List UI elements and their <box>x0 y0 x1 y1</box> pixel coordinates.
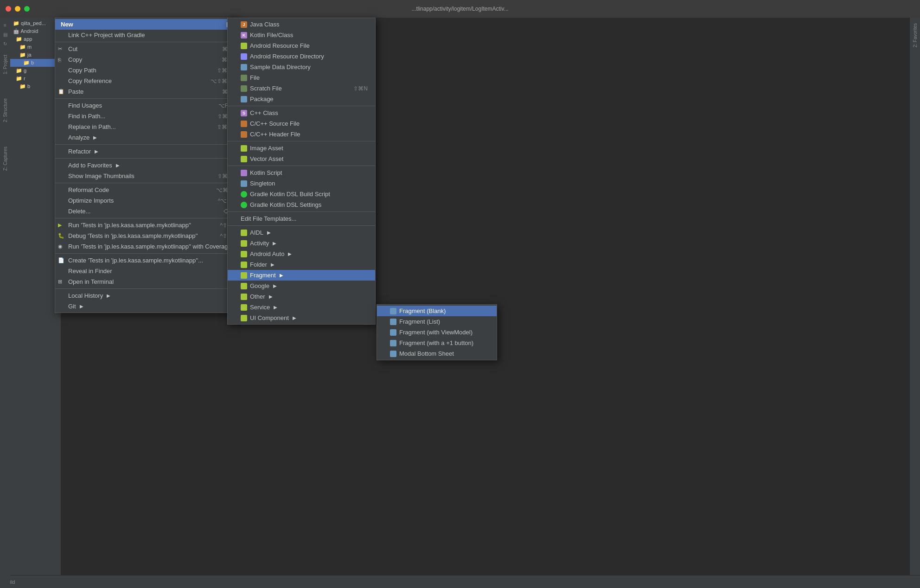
fragment-modal[interactable]: Modal Bottom Sheet <box>377 348 497 359</box>
cpp-source-icon <box>241 121 247 127</box>
menu-reformat-code[interactable]: Reformat Code ⌥⌘L <box>55 185 239 195</box>
menu-debug-tests[interactable]: 🐛 Debug 'Tests in 'jp.les.kasa.sample.my… <box>55 230 239 241</box>
menu-link-cpp[interactable]: Link C++ Project with Gradle <box>55 30 239 40</box>
submenu-scratch-file[interactable]: Scratch File ⇧⌘N <box>228 83 375 94</box>
fragment-viewmodel-icon <box>390 329 396 336</box>
menu-optimize-imports[interactable]: Optimize Imports ^⌥O <box>55 195 239 206</box>
fragment-modal-label: Modal Bottom Sheet <box>399 350 454 357</box>
submenu-folder-label: Folder <box>250 261 267 268</box>
menu-link-cpp-label: Link C++ Project with Gradle <box>68 32 145 38</box>
menu-copy-reference[interactable]: Copy Reference ⌥⇧⌘C <box>55 76 239 86</box>
singleton-icon <box>241 180 247 187</box>
menu-copy-path[interactable]: Copy Path ⇧⌘C <box>55 65 239 76</box>
submenu-android-resource-dir[interactable]: Android Resource Directory <box>228 51 375 62</box>
new-sep-2 <box>228 141 375 141</box>
menu-replace-in-path-label: Replace in Path... <box>68 123 116 130</box>
fragment-list[interactable]: Fragment (List) <box>377 316 497 327</box>
paste-icon: 📋 <box>58 89 64 95</box>
submenu-kotlin-script[interactable]: Kotlin Script <box>228 167 375 178</box>
close-button[interactable] <box>6 6 11 12</box>
menu-refactor-label: Refactor <box>68 148 91 155</box>
submenu-kotlin-file-label: Kotlin File/Class <box>250 32 293 38</box>
menu-copy[interactable]: ⎘ Copy ⌘C <box>55 54 239 65</box>
menu-git[interactable]: Git ▶ <box>55 301 239 312</box>
folder-android-icon <box>241 262 247 268</box>
submenu-ui-component-arrow: ▶ <box>293 315 296 320</box>
submenu-image-asset[interactable]: Image Asset <box>228 143 375 153</box>
submenu-sample-data-dir[interactable]: Sample Data Directory <box>228 62 375 72</box>
submenu-android-auto-label: Android Auto <box>250 250 284 257</box>
menu-reveal-finder[interactable]: Reveal in Finder <box>55 266 239 276</box>
menu-find-in-path[interactable]: Find in Path... ⇧⌘F <box>55 111 239 121</box>
submenu-gradle-build[interactable]: Gradle Kotlin DSL Build Script <box>228 189 375 199</box>
submenu-scratch-file-shortcut: ⇧⌘N <box>342 85 368 92</box>
submenu-aidl[interactable]: AIDL ▶ <box>228 227 375 238</box>
submenu-cpp-class[interactable]: S C++ Class <box>228 108 375 118</box>
menu-analyze[interactable]: Analyze ▶ <box>55 132 239 143</box>
separator-1 <box>55 42 239 42</box>
menu-new-header[interactable]: New ▶ <box>55 19 239 30</box>
fragment-blank[interactable]: Fragment (Blank) <box>377 306 497 316</box>
submenu-android-auto[interactable]: Android Auto ▶ <box>228 249 375 259</box>
fragment-plus1[interactable]: Fragment (with a +1 button) <box>377 338 497 348</box>
menu-show-thumbnails[interactable]: Show Image Thumbnails ⇧⌘T <box>55 171 239 181</box>
submenu-singleton[interactable]: Singleton <box>228 178 375 189</box>
submenu-java-class-label: Java Class <box>250 21 280 28</box>
fragment-blank-label: Fragment (Blank) <box>399 307 446 314</box>
submenu-fragment[interactable]: Fragment ▶ <box>228 270 375 281</box>
submenu-folder[interactable]: Folder ▶ <box>228 259 375 270</box>
menu-cut[interactable]: ✂ Cut ⌘X <box>55 44 239 54</box>
minimize-button[interactable] <box>15 6 20 12</box>
menu-local-history[interactable]: Local History ▶ <box>55 290 239 301</box>
separator-7 <box>55 253 239 254</box>
submenu-package[interactable]: Package <box>228 94 375 104</box>
fragment-viewmodel[interactable]: Fragment (with ViewModel) <box>377 327 497 338</box>
gradle-build-icon <box>241 191 247 198</box>
menu-open-terminal[interactable]: ⊞ Open in Terminal <box>55 276 239 287</box>
menu-refactor[interactable]: Refactor ▶ <box>55 146 239 157</box>
menu-delete-label: Delete... <box>68 208 90 215</box>
aidl-icon <box>241 230 247 236</box>
submenu-service[interactable]: Service ▶ <box>228 302 375 313</box>
submenu-java-class[interactable]: J Java Class <box>228 19 375 30</box>
submenu-fragment-arrow: ▶ <box>280 273 283 278</box>
submenu-file[interactable]: File <box>228 72 375 83</box>
submenu-cpp-header[interactable]: C/C++ Header File <box>228 129 375 140</box>
submenu-singleton-label: Singleton <box>250 180 275 187</box>
menu-run-coverage[interactable]: ◉ Run 'Tests in 'jp.les.kasa.sample.myko… <box>55 241 239 252</box>
submenu-cpp-source-label: C/C++ Source File <box>250 120 300 127</box>
menu-replace-in-path[interactable]: Replace in Path... ⇧⌘R <box>55 121 239 132</box>
menu-find-usages-label: Find Usages <box>68 102 102 109</box>
submenu-ui-component[interactable]: UI Component ▶ <box>228 313 375 323</box>
image-asset-icon <box>241 145 247 152</box>
menu-paste-label: Paste <box>68 88 83 95</box>
separator-3 <box>55 144 239 145</box>
menu-find-in-path-label: Find in Path... <box>68 113 105 120</box>
submenu-google[interactable]: Google ▶ <box>228 281 375 291</box>
submenu-android-resource-file[interactable]: Android Resource File <box>228 40 375 51</box>
menu-show-thumbnails-label: Show Image Thumbnails <box>68 173 134 179</box>
submenu-other[interactable]: Other ▶ <box>228 291 375 302</box>
fragment-plus1-icon <box>390 340 396 346</box>
java-class-icon: J <box>241 21 247 28</box>
menu-find-usages[interactable]: Find Usages ⌥F7 <box>55 100 239 111</box>
fragment-list-icon <box>390 319 396 325</box>
menu-run-tests[interactable]: ▶ Run 'Tests in 'jp.les.kasa.sample.myko… <box>55 220 239 230</box>
menu-add-favorites[interactable]: Add to Favorites ▶ <box>55 160 239 171</box>
submenu-edit-templates[interactable]: Edit File Templates... <box>228 213 375 224</box>
maximize-button[interactable] <box>24 6 30 12</box>
menu-copy-label: Copy <box>68 56 82 63</box>
submenu-gradle-settings[interactable]: Gradle Kotlin DSL Settings <box>228 199 375 210</box>
submenu-kotlin-file[interactable]: K Kotlin File/Class <box>228 30 375 40</box>
submenu-cpp-source[interactable]: C/C++ Source File <box>228 118 375 129</box>
submenu-google-label: Google <box>250 282 269 289</box>
cut-icon: ✂ <box>58 46 62 52</box>
menu-create-tests[interactable]: 📄 Create 'Tests in 'jp.les.kasa.sample.m… <box>55 255 239 266</box>
submenu-vector-asset[interactable]: Vector Asset <box>228 153 375 164</box>
menu-debug-tests-label: Debug 'Tests in 'jp.les.kasa.sample.myko… <box>68 232 198 239</box>
menu-delete[interactable]: Delete... ⌫ <box>55 206 239 217</box>
submenu-activity[interactable]: Activity ▶ <box>228 238 375 249</box>
menu-paste[interactable]: 📋 Paste ⌘V <box>55 86 239 97</box>
submenu-image-asset-label: Image Asset <box>250 145 283 152</box>
new-sep-5 <box>228 225 375 226</box>
